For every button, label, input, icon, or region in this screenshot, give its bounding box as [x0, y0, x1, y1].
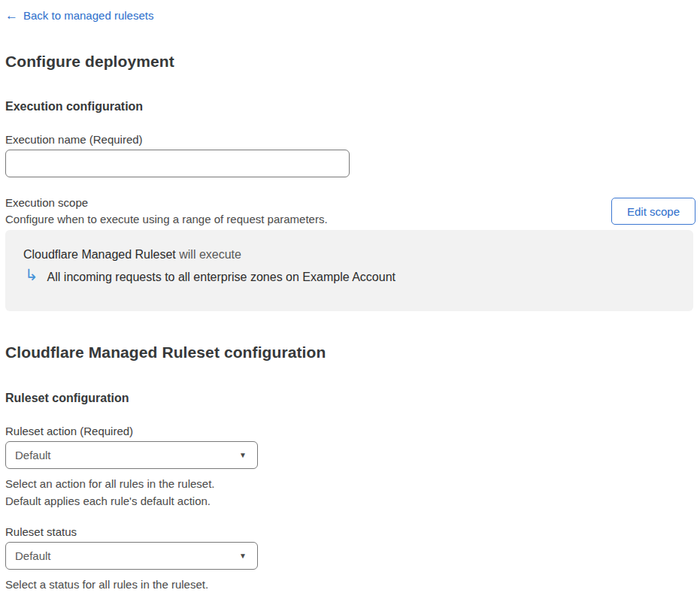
scope-summary-will-execute: will execute	[176, 248, 241, 261]
ruleset-action-help: Select an action for all rules in the ru…	[5, 475, 691, 510]
ruleset-action-select[interactable]: Default ▼	[5, 441, 258, 469]
ruleset-status-help: Select a status for all rules in the rul…	[5, 576, 691, 593]
ruleset-status-label: Ruleset status	[5, 525, 691, 538]
chevron-down-icon: ▼	[239, 451, 247, 459]
back-to-managed-rulesets-link[interactable]: ← Back to managed rulesets	[5, 9, 153, 22]
scope-summary-panel: Cloudflare Managed Ruleset will execute …	[5, 230, 693, 311]
ruleset-status-help-line: Select a status for all rules in the rul…	[5, 576, 691, 593]
ruleset-action-help-line: Select an action for all rules in the ru…	[5, 475, 691, 492]
ruleset-action-selected-value: Default	[15, 449, 51, 461]
execution-scope-text: Execution scope Configure when to execut…	[5, 196, 328, 225]
ruleset-configuration-subheading: Ruleset configuration	[5, 392, 691, 405]
back-arrow-icon: ←	[5, 9, 18, 22]
ruleset-action-label: Ruleset action (Required)	[5, 425, 691, 437]
scope-summary-ruleset-name: Cloudflare Managed Ruleset	[23, 248, 176, 261]
execution-scope-label: Execution scope	[5, 196, 328, 209]
configure-deployment-page: ← Back to managed rulesets Configure dep…	[0, 0, 695, 593]
page-title: Configure deployment	[5, 53, 691, 71]
execution-configuration-heading: Execution configuration	[5, 100, 691, 113]
execution-name-label: Execution name (Required)	[5, 133, 691, 146]
chevron-down-icon: ▼	[239, 552, 247, 560]
ruleset-configuration-section-heading: Cloudflare Managed Ruleset configuration	[5, 343, 691, 362]
ruleset-action-help-line: Default applies each rule's default acti…	[5, 492, 691, 510]
scope-summary-detail: ↳ All incoming requests to all enterpris…	[25, 269, 675, 285]
scope-summary-title: Cloudflare Managed Ruleset will execute	[23, 248, 675, 262]
back-link-label: Back to managed rulesets	[23, 9, 153, 22]
execution-name-input[interactable]	[5, 150, 350, 177]
execution-scope-description: Configure when to execute using a range …	[5, 213, 328, 225]
ruleset-status-select[interactable]: Default ▼	[5, 542, 258, 570]
scope-summary-text: All incoming requests to all enterprise …	[47, 271, 395, 284]
turn-right-arrow-icon: ↳	[25, 267, 38, 283]
ruleset-status-selected-value: Default	[15, 549, 51, 562]
edit-scope-button[interactable]: Edit scope	[611, 198, 695, 225]
execution-scope-row: Execution scope Configure when to execut…	[5, 196, 695, 225]
